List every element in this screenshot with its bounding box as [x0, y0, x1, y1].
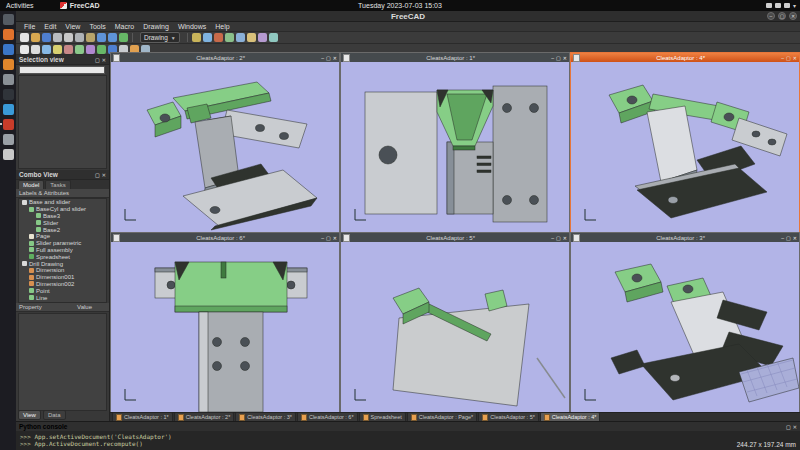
menu-item[interactable]: Drawing — [143, 23, 169, 30]
minimize-icon[interactable]: – — [551, 235, 554, 241]
dock-icon[interactable] — [3, 134, 14, 145]
toolbar-icon[interactable] — [20, 33, 29, 42]
toolbar-icon[interactable] — [31, 33, 40, 42]
toolbar-icon[interactable] — [108, 33, 117, 42]
menu-item[interactable]: Edit — [44, 23, 56, 30]
window-tab[interactable]: CleatsAdaptor : 2* — [174, 412, 235, 421]
toolbar-icon[interactable] — [31, 45, 40, 54]
tab-view[interactable]: View — [18, 410, 41, 420]
close-icon[interactable]: ✕ — [563, 235, 567, 241]
toolbar-icon[interactable] — [203, 33, 212, 42]
dock-icon[interactable] — [3, 59, 14, 70]
window-tab[interactable]: CleatsAdaptor : 3* — [235, 412, 296, 421]
dock-icon[interactable] — [3, 149, 14, 160]
close-icon[interactable]: ✕ — [793, 55, 797, 61]
close-icon[interactable]: ✕ — [793, 235, 797, 241]
search-input[interactable] — [19, 66, 105, 74]
restore-icon[interactable]: ▢ — [778, 12, 786, 20]
tree-item[interactable]: Dimension — [19, 267, 106, 274]
window-tab[interactable]: Spreadsheet — [359, 412, 406, 421]
viewport-title-bar[interactable]: CleatsAdaptor : 1* – ▢ ✕ — [341, 53, 569, 62]
toolbar-icon[interactable] — [97, 33, 106, 42]
tree-item[interactable]: Slider parametric — [19, 240, 106, 247]
close-icon[interactable]: ✕ — [333, 55, 337, 61]
float-panel-icon[interactable]: ▢ — [95, 172, 100, 178]
toolbar-icon[interactable] — [86, 45, 95, 54]
window-title-bar[interactable]: FreeCAD – ▢ ✕ — [16, 11, 800, 22]
toolbar-icon[interactable] — [214, 33, 223, 42]
viewport-title-bar[interactable]: CleatsAdaptor : 6* – ▢ ✕ — [111, 233, 339, 242]
window-tab[interactable]: CleatsAdaptor : 1* — [112, 412, 173, 421]
dock-icon[interactable] — [3, 119, 14, 130]
menu-item[interactable]: View — [65, 23, 80, 30]
restore-icon[interactable]: ▢ — [556, 235, 561, 241]
3d-viewport[interactable] — [571, 242, 799, 412]
toolbar-icon[interactable] — [86, 33, 95, 42]
close-icon[interactable]: ✕ — [563, 55, 567, 61]
3d-viewport[interactable] — [341, 62, 569, 232]
toolbar-icon[interactable] — [53, 45, 62, 54]
dock-icon[interactable] — [3, 14, 14, 25]
restore-icon[interactable]: ▢ — [326, 235, 331, 241]
tree-item[interactable]: Dimension002 — [19, 281, 106, 288]
selection-list[interactable] — [18, 75, 107, 169]
dock-icon[interactable] — [3, 44, 14, 55]
toolbar-icon[interactable] — [64, 45, 73, 54]
tree-item[interactable]: Drill Drawing — [19, 260, 106, 267]
toolbar-icon[interactable] — [269, 33, 278, 42]
toolbar-icon[interactable] — [53, 33, 62, 42]
tree-item[interactable]: Page — [19, 233, 106, 240]
float-panel-icon[interactable]: ▢ — [95, 57, 100, 63]
close-icon[interactable]: ✕ — [333, 235, 337, 241]
tree-item[interactable]: Line — [19, 294, 106, 301]
minimize-icon[interactable]: – — [551, 55, 554, 61]
toolbar-icon[interactable] — [75, 33, 84, 42]
toolbar-icon[interactable] — [97, 45, 106, 54]
tree-item[interactable]: BaseCyl and slider — [19, 206, 106, 213]
3d-viewport[interactable] — [111, 242, 339, 412]
viewport-title-bar[interactable]: CleatsAdaptor : 3* – ▢ ✕ — [571, 233, 799, 242]
window-tab[interactable]: CleatsAdaptor : 4* — [540, 412, 601, 421]
selection-view-header[interactable]: Selection view ▢ ✕ — [16, 55, 109, 65]
tree-item[interactable]: Spreadsheet — [19, 253, 106, 260]
minimize-icon[interactable]: – — [321, 235, 324, 241]
close-icon[interactable]: ✕ — [102, 172, 106, 178]
toolbar-icon[interactable] — [258, 33, 267, 42]
window-tab[interactable]: CleatsAdaptor : 6* — [297, 412, 358, 421]
tab-tasks[interactable]: Tasks — [45, 180, 70, 189]
3d-viewport[interactable] — [111, 62, 339, 232]
3d-viewport[interactable] — [571, 62, 799, 232]
viewport-title-bar[interactable]: CleatsAdaptor : 4* – ▢ ✕ — [571, 53, 799, 62]
minimize-icon[interactable]: – — [781, 55, 784, 61]
float-panel-icon[interactable]: ▢ — [786, 424, 791, 430]
toolbar-icon[interactable] — [20, 45, 29, 54]
window-tab[interactable]: CleatsAdaptor : Page* — [407, 412, 477, 421]
workbench-selector[interactable]: Drawing ▼ — [140, 32, 180, 43]
toolbar-icon[interactable] — [42, 33, 51, 42]
toolbar-icon[interactable] — [225, 33, 234, 42]
property-editor[interactable] — [18, 313, 107, 411]
menu-item[interactable]: File — [24, 23, 35, 30]
tab-data[interactable]: Data — [43, 410, 66, 420]
dock-icon[interactable] — [3, 74, 14, 85]
tree-item[interactable]: Full assembly — [19, 247, 106, 254]
dock-icon[interactable] — [3, 104, 14, 115]
menu-item[interactable]: Macro — [115, 23, 134, 30]
toolbar-icon[interactable] — [64, 33, 73, 42]
clock[interactable]: Tuesday 2023-07-03 15:03 — [0, 2, 800, 9]
3d-viewport[interactable] — [341, 242, 569, 412]
dock-icon[interactable] — [3, 89, 14, 100]
restore-icon[interactable]: ▢ — [786, 235, 791, 241]
tree-item[interactable]: Base3 — [19, 213, 106, 220]
tree-item[interactable]: Dimension001 — [19, 274, 106, 281]
tree-item[interactable]: Point — [19, 287, 106, 294]
python-console-input[interactable]: >>> App.setActiveDocument('CleatsAdaptor… — [16, 432, 800, 448]
viewport-title-bar[interactable]: CleatsAdaptor : 5* – ▢ ✕ — [341, 233, 569, 242]
restore-icon[interactable]: ▢ — [326, 55, 331, 61]
minimize-icon[interactable]: – — [781, 235, 784, 241]
restore-icon[interactable]: ▢ — [556, 55, 561, 61]
close-icon[interactable]: ✕ — [102, 57, 106, 63]
menu-item[interactable]: Help — [215, 23, 229, 30]
toolbar-icon[interactable] — [75, 45, 84, 54]
window-tab[interactable]: CleatsAdaptor : 5* — [478, 412, 539, 421]
